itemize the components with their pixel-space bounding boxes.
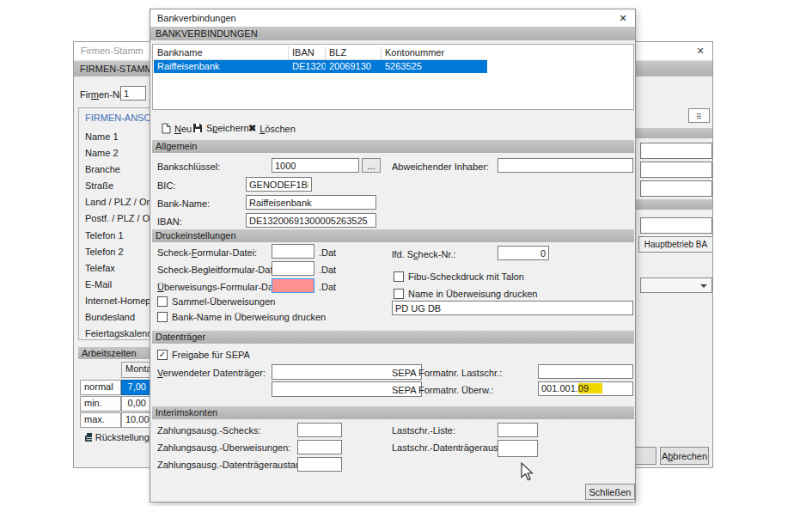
rueckstellungen-button[interactable]: Rückstellungen (84, 432, 160, 442)
column-header-bankname[interactable]: Bankname (154, 46, 289, 60)
dialog-title: Bankverbindungen (157, 13, 236, 23)
iban-input[interactable] (246, 213, 376, 228)
column-header-kontonummer[interactable]: BLZ (326, 46, 382, 60)
close-icon[interactable]: ✕ (616, 11, 630, 25)
name-in-ueberweisung-checkbox[interactable]: Name in Überweisung drucken (394, 289, 537, 299)
bank-list[interactable]: Bankname IBAN BLZ Kontonummer Raiffeisen… (152, 44, 634, 110)
sidebar-item-postf-plz-ort[interactable]: Postf. / PLZ / Ort (85, 213, 156, 223)
sidebar-item-name1[interactable]: Name 1 (85, 131, 119, 142)
new-document-icon (162, 123, 171, 134)
arbeitszeiten-row-label[interactable]: normal (80, 380, 121, 395)
sepa-ueberw-value: 001.001. (541, 383, 578, 393)
chevron-down-icon (700, 284, 707, 291)
firmen-nr-label: Firmen-Nr. (80, 89, 125, 100)
ueberweisungs-formular-label: Überweisungs-Formular-Datei: (157, 282, 286, 292)
schliessen-button[interactable]: Schließen (585, 484, 635, 500)
lastschr-datentraeger-label: Lastschr.-Datenträgeraust.: (392, 442, 506, 453)
sammel-ueberweisungen-checkbox[interactable]: Sammel-Überweisungen (157, 296, 275, 307)
sepa-lastschr-input[interactable] (538, 364, 633, 379)
right-field-2[interactable] (640, 162, 712, 178)
ueberweisungs-formular-input-error[interactable] (272, 278, 314, 293)
bankschluessel-input[interactable] (272, 158, 359, 173)
fibu-scheckdruck-checkbox[interactable]: Fibu-Scheckdruck mit Talon (394, 271, 524, 282)
firmen-nr-input[interactable] (120, 86, 146, 101)
speichern-label: Speichern (206, 123, 249, 133)
zahlungsausg-datentraeger-input[interactable] (297, 457, 342, 472)
iban-label: IBAN: (157, 216, 182, 227)
checkbox-label: Bank-Name in Überweisung drucken (172, 312, 326, 322)
abw-inhaber-input[interactable] (498, 158, 633, 173)
scheck-formular-label: Scheck-Formular-Datei: (157, 247, 257, 258)
freigabe-sepa-checkbox[interactable]: ✓ Freigabe für SEPA (157, 350, 250, 360)
bankname-drucken-checkbox[interactable]: Bank-Name in Überweisung drucken (157, 312, 326, 322)
save-icon (192, 123, 203, 133)
delete-x-icon: ✖ (248, 123, 256, 134)
window-title: Firmen-Stamm (81, 46, 143, 56)
druck-text-input[interactable] (392, 301, 633, 315)
sidebar-item-telefon1[interactable]: Telefon 1 (85, 230, 124, 241)
bic-input[interactable] (246, 177, 312, 192)
sepa-ueberw-highlight: 09 (578, 383, 602, 393)
begleitformular-input[interactable] (272, 261, 314, 276)
zahlungsausg-schecks-input[interactable] (297, 423, 342, 437)
lastschr-liste-input[interactable] (498, 423, 538, 437)
loeschen-button[interactable]: ✖ Löschen (248, 123, 296, 134)
bank-name-label: Bank-Name: (157, 198, 210, 209)
grid-dots-icon: ⠿ (696, 113, 702, 121)
browse-button[interactable]: ... (362, 158, 381, 173)
table-row[interactable]: Raiffeisenbank DE13200... 20069130 52635… (154, 60, 487, 73)
abbrechen-button[interactable]: Abbrechen (660, 447, 709, 465)
column-header-blz[interactable]: Kontonummer (382, 46, 487, 60)
checkbox-checked: ✓ (157, 350, 168, 360)
sidebar-item-telefon2[interactable]: Telefon 2 (85, 247, 124, 257)
checkbox-unchecked (394, 289, 404, 299)
lastschr-datentraeger-input[interactable] (498, 440, 538, 457)
speichern-button[interactable]: Speichern (192, 123, 249, 133)
loeschen-label: Löschen (259, 124, 296, 134)
zahlungsausg-ueberweisungen-label: Zahlungsausg.-Überweisungen: (157, 442, 290, 453)
arbeitszeiten-row-label[interactable]: max. (80, 412, 121, 428)
dialog-titlebar[interactable]: Bankverbindungen ✕ (150, 9, 635, 27)
sidebar-item-telefax[interactable]: Telefax (85, 263, 115, 273)
checkbox-label: Freigabe für SEPA (172, 350, 250, 360)
bankverbindungen-dialog: Bankverbindungen ✕ BANKVERBINDUNGEN Bank… (150, 9, 636, 503)
cell-iban: DE13200... (289, 60, 326, 73)
zahlungsausg-ueberweisungen-input[interactable] (297, 440, 342, 454)
scheck-formular-input[interactable] (272, 244, 314, 259)
section-druckeinstellungen: Druckeinstellungen (152, 229, 634, 242)
sidebar-item-branche[interactable]: Branche (85, 164, 120, 174)
right-field-3[interactable] (640, 180, 712, 197)
sepa-ueberw-input[interactable]: 001.001.09 (538, 381, 633, 396)
scheck-nr-label: lfd. Scheck-Nr.: (392, 249, 456, 259)
lastschr-liste-label: Lastschr.-Liste: (392, 425, 455, 436)
right-field-4[interactable] (640, 217, 712, 234)
mouse-cursor (521, 462, 534, 483)
cell-bankname: Raiffeisenbank (154, 60, 289, 73)
hauptbetrieb-button[interactable]: Hauptbetrieb BA (638, 236, 713, 253)
close-icon[interactable]: ✕ (693, 44, 707, 58)
section-allgemein: Allgemein (152, 140, 634, 153)
panel-options-button[interactable]: ⠿ (688, 108, 710, 123)
column-header-iban[interactable]: IBAN (289, 46, 326, 60)
scheck-nr-input[interactable] (498, 246, 549, 260)
sepa-ueberw-label: SEPA Formatnr. Überw.: (392, 385, 493, 395)
section-interimskonten: Interimskonten (152, 406, 634, 419)
dat-suffix: .Dat (319, 282, 336, 292)
dat-suffix: .Dat (319, 265, 336, 275)
sidebar-item-name2[interactable]: Name 2 (85, 148, 119, 158)
begleitformular-label: Scheck-Begleitformular-Datei: (157, 265, 283, 275)
sidebar-item-bundesland[interactable]: Bundesland (85, 312, 135, 322)
right-field-1[interactable] (640, 143, 712, 159)
neu-button[interactable]: Neu (162, 123, 192, 134)
neu-label: Neu (174, 124, 192, 134)
sidebar-item-strasse[interactable]: Straße (85, 180, 113, 191)
sidebar-item-email[interactable]: E-Mail (85, 279, 112, 290)
arbeitszeiten-row-label[interactable]: min. (80, 396, 121, 412)
cell-kontonummer: 5263525 (382, 60, 486, 73)
sidebar-item-land-plz-ort[interactable]: Land / PLZ / Ort (85, 197, 152, 207)
dialog-header-bar: BANKVERBINDUNGEN (150, 27, 635, 40)
bank-name-input[interactable] (246, 195, 376, 210)
bic-label: BIC: (157, 180, 175, 191)
section-datentraeger: Datenträger (152, 331, 634, 344)
dropdown-select[interactable] (640, 277, 712, 293)
